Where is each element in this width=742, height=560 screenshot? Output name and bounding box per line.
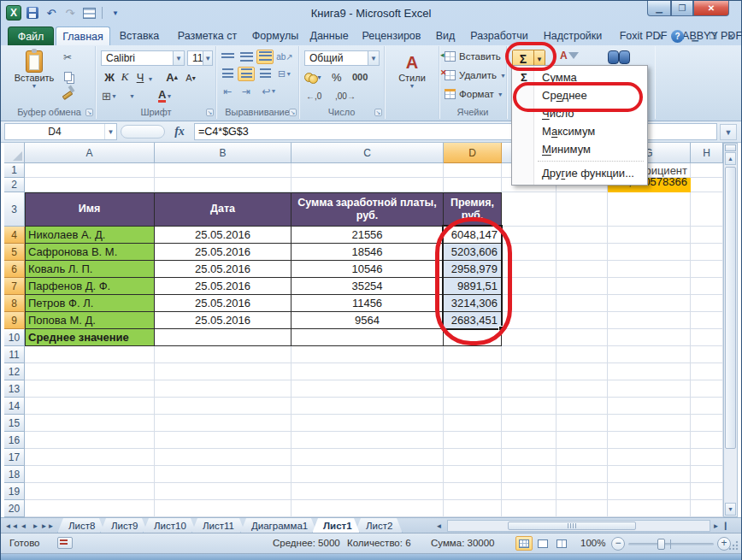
format-cells-button[interactable]: Формат ▼ — [445, 89, 504, 99]
scroll-up-button[interactable]: ▲ — [725, 152, 736, 165]
borders-button[interactable]: ⊞▼ — [102, 88, 117, 103]
column-header-B[interactable]: B — [155, 143, 292, 163]
bold-button[interactable]: Ж — [103, 69, 115, 85]
row-header-10[interactable]: 10 — [4, 329, 25, 346]
scroll-right-button[interactable]: ► — [710, 520, 721, 532]
table-row-date-cell[interactable]: 25.05.2016 — [155, 278, 292, 295]
workbook-close-icon[interactable]: ✕ — [724, 29, 738, 43]
align-left-button[interactable] — [219, 67, 236, 81]
number-dialog-launcher[interactable]: ↘ — [374, 109, 382, 116]
table-header-cell[interactable]: Премия, руб. — [444, 192, 502, 227]
row-header-5[interactable]: 5 — [4, 244, 25, 261]
paste-button[interactable]: Вставить ▼ — [14, 50, 55, 89]
tab-главная[interactable]: Главная — [56, 27, 110, 45]
menu-item-5[interactable]: Минимум — [512, 140, 647, 158]
row-header-4[interactable]: 4 — [4, 227, 25, 244]
italic-button[interactable]: К — [119, 69, 131, 85]
row-header-13[interactable]: 13 — [4, 380, 25, 398]
prev-sheet-button[interactable]: ◄ — [18, 520, 29, 532]
sheet-tab-лист2[interactable]: Лист2 — [355, 518, 403, 533]
workbook-restore-icon[interactable]: ❐ — [706, 29, 720, 43]
font-color-button[interactable]: А▼ — [158, 88, 172, 103]
table-footer-cell[interactable]: Среднее значение — [25, 329, 155, 346]
zoom-out-button[interactable]: − — [611, 537, 625, 551]
sheet-tab-диаграмма1[interactable]: Диаграмма1 — [240, 518, 317, 533]
column-header-A[interactable]: A — [25, 143, 155, 163]
column-header-C[interactable]: C — [292, 143, 444, 163]
table-row-name-cell[interactable]: Петров Ф. Л. — [25, 295, 155, 312]
tab-split-handle[interactable]: ▎ — [724, 520, 731, 532]
row-header-15[interactable]: 15 — [4, 415, 25, 432]
align-bottom-button[interactable] — [256, 50, 274, 64]
comma-style-button[interactable]: 000 — [352, 69, 368, 85]
page-break-view-button[interactable] — [553, 536, 570, 551]
name-box[interactable]: D4 ▼ — [4, 123, 117, 140]
tab-формулы[interactable]: Формулы — [248, 27, 303, 45]
scroll-down-button[interactable]: ▼ — [725, 503, 736, 516]
menu-item-6[interactable]: Другие функции... — [512, 164, 647, 182]
sheet-tab-лист11[interactable]: Лист11 — [191, 518, 245, 533]
row-header-19[interactable]: 19 — [4, 483, 25, 500]
help-icon[interactable]: ? — [671, 30, 684, 43]
table-row-name-cell[interactable]: Николаев А. Д. — [25, 227, 155, 244]
row-header-6[interactable]: 6 — [4, 261, 25, 278]
tab-scroll-left-button[interactable]: ◄ — [433, 520, 445, 532]
percent-button[interactable]: % — [332, 69, 342, 85]
table-row-bonus-cell[interactable]: 2958,979 — [444, 261, 502, 278]
align-middle-button[interactable] — [238, 50, 255, 64]
format-painter-button[interactable] — [60, 87, 75, 103]
table-row-date-cell[interactable]: 25.05.2016 — [155, 295, 292, 312]
select-all-corner[interactable] — [4, 143, 25, 163]
insert-function-button[interactable]: fx — [168, 123, 191, 140]
underline-button[interactable]: Ч — [134, 69, 146, 85]
table-row-bonus-cell[interactable]: 3214,306 — [444, 295, 502, 312]
row-header-16[interactable]: 16 — [4, 432, 25, 449]
row-header-11[interactable]: 11 — [4, 346, 25, 363]
align-center-button[interactable] — [238, 67, 255, 81]
font-dialog-launcher[interactable]: ↘ — [206, 109, 214, 116]
sheet-tab-лист1[interactable]: Лист1 — [312, 518, 360, 533]
orientation-button[interactable]: ab↗ — [276, 50, 293, 64]
table-row-bonus-cell[interactable]: 5203,606 — [444, 244, 502, 261]
page-layout-view-button[interactable] — [534, 536, 551, 551]
sheet-tab-лист8[interactable]: Лист8 — [57, 518, 105, 533]
row-header-12[interactable]: 12 — [4, 363, 25, 380]
table-row-name-cell[interactable]: Коваль Л. П. — [25, 261, 155, 278]
tab-разметка-ст[interactable]: Разметка ст — [168, 27, 246, 45]
table-row-name-cell[interactable]: Попова М. Д. — [25, 312, 155, 329]
decrease-indent-button[interactable]: ⇤ — [219, 84, 236, 98]
workbook-minimize-icon[interactable]: ▁ — [688, 29, 702, 43]
table-empty-cell[interactable] — [292, 329, 444, 346]
sort-filter-button[interactable]: А — [560, 50, 579, 67]
first-sheet-button[interactable]: ◄◄ — [6, 520, 17, 532]
underline-dropdown-arrow[interactable]: ▼ — [146, 71, 155, 86]
next-sheet-button[interactable]: ► — [30, 520, 41, 532]
row-header-2[interactable]: 2 — [4, 178, 25, 192]
sheet-tab-лист9[interactable]: Лист9 — [100, 518, 148, 533]
zoom-slider-track[interactable] — [628, 543, 714, 545]
vertical-split-handle[interactable] — [725, 144, 736, 151]
copy-button[interactable] — [60, 68, 75, 84]
expand-formula-bar-button[interactable]: ▼ — [720, 124, 737, 140]
table-row-bonus-cell[interactable]: 2683,451 — [444, 312, 502, 329]
shrink-font-button[interactable]: А▾ — [184, 70, 197, 85]
tab-вид[interactable]: Вид — [429, 27, 462, 45]
fill-color-button[interactable]: ▼ — [129, 88, 135, 103]
align-top-button[interactable] — [219, 50, 236, 64]
table-header-cell[interactable]: Имя — [25, 192, 155, 227]
align-right-button[interactable] — [256, 67, 274, 81]
table-row-salary-cell[interactable]: 18546 — [292, 244, 444, 261]
tab-рецензиров[interactable]: Рецензиров — [356, 27, 427, 45]
row-header-1[interactable]: 1 — [4, 163, 25, 178]
table-empty-cell[interactable] — [155, 329, 292, 346]
accounting-format-button[interactable]: ▼ — [304, 69, 322, 85]
font-size-select[interactable]: 11 ▼ — [187, 50, 213, 66]
table-row-salary-cell[interactable]: 35254 — [292, 278, 444, 295]
collapse-ribbon-icon[interactable]: ∧ — [653, 29, 667, 43]
number-format-select[interactable]: Общий ▼ — [304, 50, 380, 66]
menu-item-1[interactable]: ΣСумма — [512, 68, 647, 86]
increase-indent-button[interactable]: ⇥ — [238, 84, 255, 98]
decrease-decimal-button[interactable]: ,00→ — [335, 88, 356, 103]
table-row-date-cell[interactable]: 25.05.2016 — [155, 261, 292, 278]
tab-надстройки[interactable]: Надстройки — [537, 27, 609, 45]
